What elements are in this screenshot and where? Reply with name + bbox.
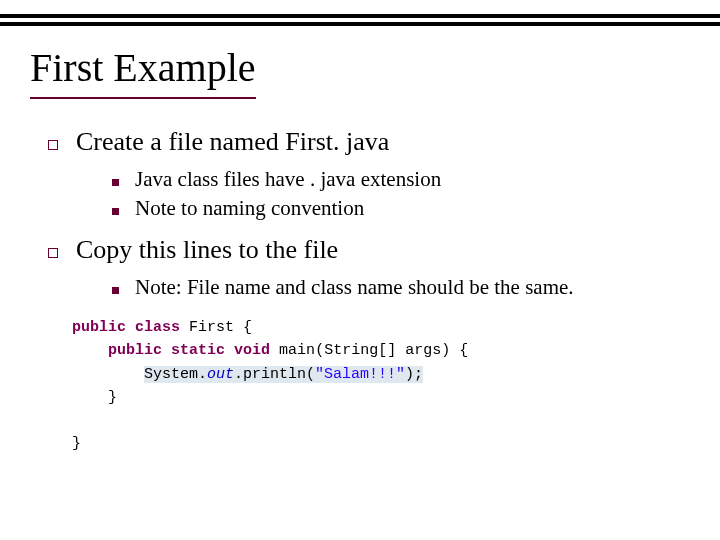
code-ident: System. [144,366,207,383]
code-keyword: void [234,342,270,359]
code-classname: First [189,319,234,336]
list-item: Create a file named First. java [48,127,690,157]
decor-bar-1 [0,14,720,18]
square-bullet-icon [112,179,119,186]
code-brace: } [72,435,81,452]
list-item: Note: File name and class name should be… [112,275,690,300]
code-brace: { [243,319,252,336]
code-keyword: public [72,319,126,336]
list-item: Java class files have . java extension [112,167,690,192]
square-bullet-icon [112,287,119,294]
bullet-text: Java class files have . java extension [135,167,441,192]
code-highlight: System.out.println("Salam!!!"); [144,366,423,383]
code-string: "Salam!!!" [315,366,405,383]
sub-list: Java class files have . java extension N… [112,167,690,221]
code-brace: } [108,389,117,406]
sub-list: Note: File name and class name should be… [112,275,690,300]
code-keyword: public [108,342,162,359]
code-snippet: public class First { public static void … [72,316,690,456]
square-outline-bullet-icon [48,140,58,150]
bullet-text: Note: File name and class name should be… [135,275,574,300]
square-outline-bullet-icon [48,248,58,258]
slide-title: First Example [30,44,256,99]
slide-content: First Example Create a file named First.… [30,44,690,456]
list-item: Copy this lines to the file [48,235,690,265]
code-ident: .println( [234,366,315,383]
bullet-text: Note to naming convention [135,196,364,221]
code-brace: { [459,342,468,359]
code-punct: ); [405,366,423,383]
code-params: (String[] args) [315,342,450,359]
square-bullet-icon [112,208,119,215]
code-keyword: class [135,319,180,336]
bullet-text: Copy this lines to the file [76,235,338,265]
code-method: main [279,342,315,359]
code-keyword: static [171,342,225,359]
list-item: Note to naming convention [112,196,690,221]
decor-bar-2 [0,22,720,26]
code-field: out [207,366,234,383]
bullet-list: Create a file named First. java Java cla… [48,127,690,300]
bullet-text: Create a file named First. java [76,127,389,157]
